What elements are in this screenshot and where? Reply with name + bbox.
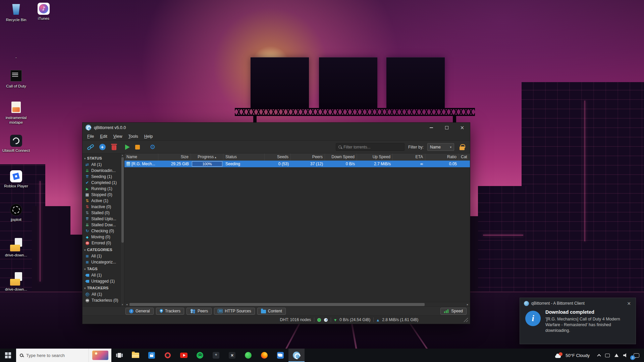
close-button[interactable]: × — [454, 123, 470, 132]
desktop-icon-instramental-mixtape[interactable]: instramental mixtape — [2, 101, 30, 125]
tab-content[interactable]: Content — [257, 308, 286, 315]
desktop-icon-roblox-player[interactable]: Roblox Player — [2, 170, 30, 188]
menu-view[interactable]: View — [110, 133, 125, 140]
show-hidden-icons-chevron[interactable] — [597, 354, 601, 358]
scroll-left-icon[interactable]: ◂ — [124, 303, 129, 306]
taskbar-app-firefox[interactable] — [256, 349, 272, 362]
taskbar-search-input[interactable] — [26, 353, 85, 358]
search-highlights-button[interactable] — [89, 349, 111, 362]
taskbar-app-store[interactable] — [144, 349, 160, 362]
column-header-peers[interactable]: Peers — [291, 154, 325, 161]
menu-tools[interactable]: Tools — [125, 133, 141, 140]
filter-inactive[interactable]: Inactive (0) — [83, 204, 120, 210]
lock-ui-button[interactable] — [458, 143, 466, 151]
desktop-icon-ubisoft-connect[interactable]: Ubisoft Connect — [2, 135, 30, 153]
category-uncategorized[interactable]: Uncategoriz... — [83, 259, 120, 265]
menu-edit[interactable]: Edit — [97, 133, 110, 140]
sidebar-section-categories[interactable]: CATEGORIES — [83, 246, 120, 253]
column-header-progress[interactable]: Progress — [191, 154, 223, 161]
start-button[interactable] — [0, 349, 16, 362]
toast-close-button[interactable]: × — [626, 301, 632, 306]
tracker-trackerless[interactable]: Trackerless (0) — [83, 297, 120, 303]
volume-icon[interactable] — [623, 353, 628, 357]
scrollbar-track[interactable] — [129, 303, 465, 306]
titlebar[interactable]: qBittorrent v5.0.0 × — [83, 123, 470, 132]
filter-stalled[interactable]: Stalled (0) — [83, 210, 120, 216]
filter-downloading[interactable]: Downloadin... — [83, 168, 120, 174]
menu-help[interactable]: Help — [141, 133, 156, 140]
action-center-button[interactable]: 3 — [632, 353, 644, 358]
global-download-speed[interactable]: 0 B/s (24.54 GiB) — [339, 317, 370, 322]
tab-general[interactable]: General — [125, 308, 154, 315]
column-header-category[interactable]: Cat — [459, 154, 470, 161]
network-icon[interactable] — [614, 354, 619, 357]
filter-stalled-uploading[interactable]: Stalled Uplo... — [83, 216, 120, 222]
speed-limits-icon[interactable] — [324, 318, 328, 322]
column-header-name[interactable]: Name — [124, 154, 158, 161]
filter-stopped[interactable]: Stopped (0) — [83, 192, 120, 198]
resize-grip[interactable] — [464, 318, 468, 322]
filter-all[interactable]: All (1) — [83, 162, 120, 168]
options-gear-icon[interactable] — [149, 143, 157, 151]
add-torrent-link-icon[interactable] — [87, 143, 95, 151]
notification-toast[interactable]: qBittorrent - A Bittorrent Client × i Do… — [520, 298, 636, 344]
filter-seeding[interactable]: Seeding (1) — [83, 174, 120, 180]
sidebar-section-trackers[interactable]: TRACKERS — [83, 284, 120, 291]
taskbar-app-blue-folder[interactable] — [272, 349, 288, 362]
taskbar-app-youtube[interactable] — [176, 349, 192, 362]
minimize-button[interactable] — [424, 123, 439, 132]
filter-stalled-downloading[interactable]: Stalled Dow... — [83, 222, 120, 228]
scrollbar-thumb[interactable] — [121, 157, 124, 243]
category-all[interactable]: All (1) — [83, 253, 120, 259]
filter-running[interactable]: Running (1) — [83, 186, 120, 192]
column-header-up-speed[interactable]: Up Speed — [357, 154, 393, 161]
desktop-icon-recycle-bin[interactable]: Recycle Bin — [2, 3, 30, 22]
menu-file[interactable]: File — [84, 133, 97, 140]
column-header-ratio[interactable]: Ratio — [425, 154, 459, 161]
filter-moving[interactable]: Moving (0) — [83, 234, 120, 240]
tag-untagged[interactable]: Untagged (1) — [83, 278, 120, 284]
tracker-all[interactable]: All (1) — [83, 291, 120, 297]
torrent-filter-search[interactable] — [336, 143, 405, 151]
filter-completed[interactable]: Completed (1) — [83, 180, 120, 186]
connection-status-icon[interactable] — [317, 318, 321, 322]
tab-peers[interactable]: Peers — [186, 308, 212, 315]
sidebar-section-status[interactable]: STATUS — [83, 155, 120, 162]
filter-active[interactable]: Active (1) — [83, 198, 120, 204]
taskbar-app-red-ring[interactable] — [160, 349, 176, 362]
desktop-icon-blank[interactable]: - — [2, 44, 30, 60]
column-header-size[interactable]: Size — [158, 154, 191, 161]
desktop-icon-itunes[interactable]: iTunes — [30, 3, 58, 21]
filter-checking[interactable]: Checking (0) — [83, 228, 120, 234]
taskbar-app-green[interactable] — [240, 349, 256, 362]
desktop-icon-call-of-duty[interactable]: Call of Duty — [2, 69, 30, 88]
tab-trackers[interactable]: Trackers — [156, 308, 184, 315]
torrent-row-selected[interactable]: [R.G. Mech... 29.25 GiB 100% Seeding 0 (… — [124, 161, 470, 167]
horizontal-scrollbar[interactable]: ◂ ▸ — [124, 302, 470, 306]
stop-torrent-button[interactable] — [133, 143, 142, 151]
scroll-right-icon[interactable]: ▸ — [465, 303, 470, 306]
filter-torrents-input[interactable] — [343, 145, 402, 149]
filter-by-dropdown[interactable]: Name ▾ — [427, 143, 454, 151]
taskbar-app-file-explorer[interactable] — [127, 349, 144, 362]
sidebar-scrollbar[interactable]: ▴ ▾ — [120, 154, 124, 306]
maximize-button[interactable] — [439, 123, 454, 132]
filter-errored[interactable]: Errored (0) — [83, 240, 120, 246]
scrollbar-thumb[interactable] — [129, 303, 425, 306]
weather-widget[interactable]: 50°F Cloudy — [551, 352, 594, 358]
taskbar-app-task-view[interactable] — [111, 349, 127, 362]
taskbar-app-dark-2[interactable] — [224, 349, 240, 362]
global-upload-speed[interactable]: 2.8 MiB/s (1.61 GiB) — [382, 317, 418, 322]
desktop-icon-jjsploit[interactable]: jjsploit — [2, 204, 30, 222]
tab-http-sources[interactable]: HTTP Sources — [214, 308, 255, 315]
column-header-status[interactable]: Status — [223, 154, 265, 161]
taskbar-search[interactable] — [16, 349, 89, 362]
taskbar-app-dark-1[interactable] — [208, 349, 224, 362]
column-header-down-speed[interactable]: Down Speed — [325, 154, 357, 161]
sidebar-section-tags[interactable]: TAGS — [83, 265, 120, 272]
tab-speed[interactable]: Speed — [440, 308, 467, 315]
column-header-eta[interactable]: ETA — [393, 154, 425, 161]
desktop-icon-drive-download-1[interactable]: drive-down... — [2, 238, 30, 257]
add-torrent-file-button[interactable] — [98, 143, 106, 151]
taskbar-app-qbittorrent[interactable] — [288, 349, 305, 362]
